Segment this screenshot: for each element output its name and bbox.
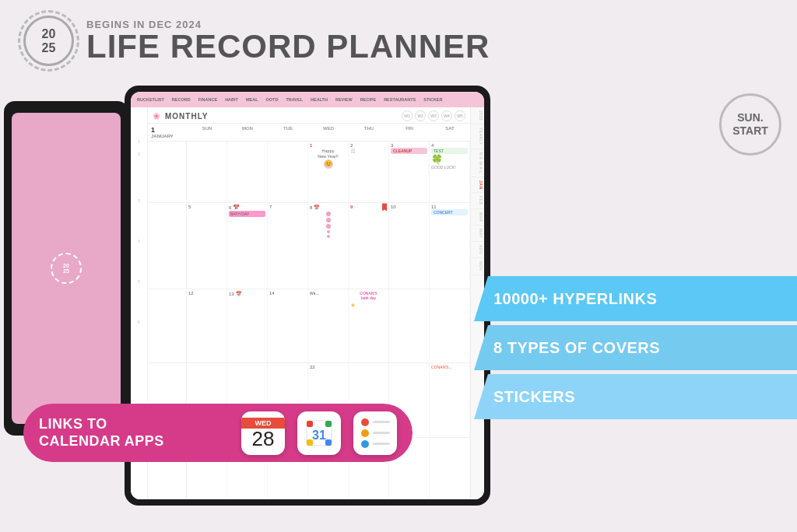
row-label-3 xyxy=(148,289,187,362)
nav-tab-recipe[interactable]: RECIPE xyxy=(357,96,379,103)
right-tab-aug[interactable]: AUG xyxy=(471,242,484,258)
planner-nav: BUCKETLIST RECORD FINANCE HABIT MEAL OOT… xyxy=(131,92,484,107)
good-luck-text: GOOD LUCK! xyxy=(431,165,468,170)
banner-covers: 8 TYPES OF COVERS xyxy=(474,325,797,370)
right-tab-yearly[interactable]: YEARLY xyxy=(471,124,484,149)
cal-cell-jan3: 3 CLEANUP xyxy=(389,142,430,202)
reminder-line-3 xyxy=(373,443,390,445)
week-badge-w1[interactable]: W1 xyxy=(402,110,413,121)
week-badge-w3[interactable]: W3 xyxy=(428,110,439,121)
year-badge: 20 25 xyxy=(23,16,74,66)
pink-dot-3 xyxy=(326,224,331,229)
cal-day-num: 28 xyxy=(252,429,275,449)
sun-start-badge: SUN. START xyxy=(719,93,781,156)
tablet-back: 20 25 xyxy=(4,101,128,436)
row-num-2: 2 xyxy=(138,149,140,194)
right-tab-2025[interactable]: 2025 xyxy=(471,107,484,124)
nav-tab-travel[interactable]: TRAVEL xyxy=(283,96,306,103)
nav-tab-sticker[interactable]: STICKER xyxy=(420,96,445,103)
google-calendar-icon[interactable]: 31 xyxy=(297,411,341,455)
month-label-jan: 1 JANUARY xyxy=(148,124,187,141)
cal-row-1: 1 HappyNew Year!! 😊 2 🗓 xyxy=(148,142,470,203)
pink-dot-1 xyxy=(326,212,331,216)
cal-cell-jan6: 6 📅 BATH DAY xyxy=(227,203,268,289)
svg-text:31: 31 xyxy=(312,429,326,442)
conan-bath-event: CONAN'Sbath day xyxy=(350,291,387,300)
clover-icon: 🍀 xyxy=(431,154,468,165)
nav-tab-restaurants[interactable]: RESTAURANTS xyxy=(381,96,419,103)
cal-cell-jan12: 12 xyxy=(187,289,227,362)
svg-rect-7 xyxy=(325,439,332,446)
google-cal-svg: 31 xyxy=(304,418,335,449)
right-tab-may[interactable]: MAY xyxy=(471,226,484,242)
right-tab-feb[interactable]: FEB xyxy=(471,193,484,208)
cal-cell-feb1 xyxy=(430,438,470,499)
header-section: 20 25 BEGINS IN DEC 2024 LIFE RECORD PLA… xyxy=(23,16,490,66)
sun-start-line1: SUN. xyxy=(737,111,763,124)
star-icon: ★ xyxy=(350,302,356,309)
cal-cell-dec31 xyxy=(268,142,308,202)
pink-dot-5 xyxy=(327,235,330,238)
wed-label: We... xyxy=(310,291,346,296)
cal-cell-jan1: 1 HappyNew Year!! 😊 xyxy=(308,142,349,202)
calendar-icon-jan6: 📅 xyxy=(233,205,240,211)
week-badge-w4[interactable]: W4 xyxy=(441,110,452,121)
row-num-3: 3 xyxy=(138,195,140,234)
day-label-wed: WED xyxy=(308,124,349,141)
nav-tab-review[interactable]: REVIEW xyxy=(332,96,356,103)
right-tab-jan[interactable]: JAN xyxy=(471,177,484,194)
week-badges: W1 W2 W3 W4 W5 xyxy=(402,110,465,121)
nav-tab-habit[interactable]: HABIT xyxy=(222,96,241,103)
week-badge-w2[interactable]: W2 xyxy=(415,110,426,121)
right-tab-nemal[interactable]: N·E·M·A·L xyxy=(471,149,484,177)
day-label-thu: THU xyxy=(349,124,389,141)
banner-covers-text: 8 TYPES OF COVERS xyxy=(493,339,660,357)
banner-stickers-text: STICKERS xyxy=(493,388,575,406)
monthly-header: 🌸 MONTHLY W1 W2 W3 W4 W5 xyxy=(148,107,470,123)
bookmark-icon xyxy=(382,203,387,211)
day-label-mon: MON xyxy=(227,124,268,141)
cal-cell-jan7: 7 xyxy=(268,203,308,289)
nav-tab-bucketlist[interactable]: BUCKETLIST xyxy=(134,96,167,103)
nav-tab-meal[interactable]: MEAL xyxy=(243,96,262,103)
day-label-sun: SUN xyxy=(187,124,227,141)
cal-cell-jan8: 8 📅 xyxy=(308,203,349,289)
nav-tab-finance[interactable]: FINANCE xyxy=(195,96,220,103)
row-num-5: 5 xyxy=(138,276,140,315)
link-bar: LINKS TOCALENDAR APPS WED 28 31 xyxy=(23,404,413,462)
pink-dot-4 xyxy=(327,230,330,233)
cal-cell-thu-row3: CONAN'Sbath day ★ xyxy=(349,289,389,362)
tablet-back-logo: 20 25 xyxy=(51,253,82,284)
cal-row-2: 5 6 📅 BATH DAY 7 xyxy=(148,203,470,289)
nav-tab-health[interactable]: HEALTH xyxy=(307,96,331,103)
nav-tab-ootd[interactable]: OOTD xyxy=(263,96,282,103)
day-label-fri: FRI xyxy=(389,124,430,141)
svg-rect-6 xyxy=(307,439,313,446)
link-bar-text: LINKS TOCALENDAR APPS xyxy=(39,416,229,450)
right-tab-nov[interactable]: NOV xyxy=(471,258,484,275)
row-num-6: 6 xyxy=(138,317,140,355)
day-label-tue: TUE xyxy=(268,124,308,141)
cal-cell-dec29 xyxy=(187,142,227,202)
row-num-1: 1 xyxy=(138,136,140,147)
reminder-row-1 xyxy=(361,418,390,426)
banners-wrapper: 10000+ HYPERLINKS 8 TYPES OF COVERS STIC… xyxy=(474,276,797,419)
ios-calendar-icon[interactable]: WED 28 xyxy=(241,411,285,455)
pink-dots-col xyxy=(310,210,346,238)
reminders-icon[interactable] xyxy=(353,411,397,455)
right-tab-mar[interactable]: MAR xyxy=(471,209,484,226)
planner-icon-jan2: 🗓 xyxy=(350,148,356,155)
row-label-1 xyxy=(148,142,187,202)
banner-hyperlinks: 10000+ HYPERLINKS xyxy=(474,276,797,321)
cal-cell-jan14: 14 xyxy=(268,289,308,362)
row-num-4: 4 xyxy=(138,236,140,275)
nav-tab-record[interactable]: RECORD xyxy=(169,96,194,103)
reminder-dot-orange xyxy=(361,429,369,437)
smiley-icon: 😊 xyxy=(324,159,333,169)
week-badge-w5[interactable]: W5 xyxy=(455,110,465,121)
reminder-row-2 xyxy=(361,429,390,437)
day-label-sat: SAT xyxy=(430,124,470,141)
cal-cell-jan25: CONAN'S... xyxy=(430,363,470,436)
cal-cell-fri-row3 xyxy=(389,289,430,362)
row-label-2 xyxy=(148,203,187,289)
